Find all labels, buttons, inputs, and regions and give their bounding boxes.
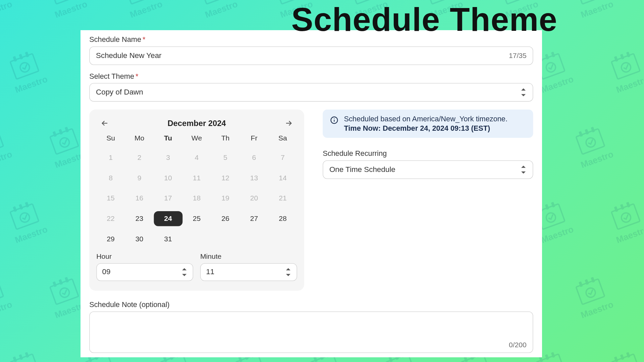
recurring-dropdown[interactable]: One Time Schedule (323, 160, 533, 179)
calendar-day (182, 232, 211, 247)
schedule-name-input[interactable] (96, 51, 509, 60)
svg-rect-281 (464, 356, 468, 362)
svg-rect-251 (13, 356, 17, 362)
svg-rect-261 (163, 356, 167, 362)
calendar-day: 2 (125, 150, 154, 165)
svg-rect-53 (25, 52, 29, 57)
calendar-day[interactable]: 28 (268, 211, 297, 226)
info-icon (330, 116, 338, 126)
svg-rect-207 (59, 279, 63, 285)
calendar-day[interactable]: 24 (154, 211, 182, 226)
svg-rect-106 (53, 131, 57, 137)
calendar-day[interactable]: 23 (125, 211, 154, 226)
note-textarea-wrap[interactable]: 0/200 (89, 311, 533, 353)
select-theme-value: Copy of Dawn (96, 88, 143, 97)
svg-point-194 (620, 212, 632, 223)
calendar-day[interactable]: 30 (125, 232, 154, 247)
svg-rect-290 (611, 354, 640, 362)
note-textarea[interactable] (90, 312, 533, 339)
svg-rect-107 (59, 129, 63, 135)
chevron-updown-icon (285, 268, 291, 276)
calendar-day: 12 (211, 171, 239, 186)
calendar-day[interactable]: 31 (154, 232, 182, 247)
calendar-day: 20 (240, 191, 268, 206)
svg-rect-141 (579, 131, 583, 137)
svg-rect-292 (620, 354, 624, 360)
calendar-dow: Su (96, 132, 125, 145)
select-theme-label: Select Theme* (89, 72, 533, 80)
calendar-day[interactable]: 27 (240, 211, 268, 226)
minute-label: Minute (200, 253, 297, 261)
svg-rect-100 (0, 129, 4, 154)
prev-month-button[interactable] (99, 118, 110, 129)
calendar-day: 17 (154, 191, 182, 206)
svg-rect-266 (238, 356, 243, 362)
calendar-day (268, 232, 297, 247)
note-counter: 0/200 (509, 341, 527, 349)
timezone-banner: Scheduled based on America/New_York time… (323, 110, 533, 138)
calendar-day: 3 (154, 150, 182, 165)
schedule-form-card: Schedule Name* 17/35 Select Theme* Copy … (80, 30, 542, 357)
calendar-dow: Mo (125, 132, 154, 145)
svg-rect-200 (0, 279, 4, 304)
calendar-day: 6 (240, 150, 268, 165)
svg-point-94 (620, 61, 632, 73)
svg-rect-293 (626, 352, 630, 358)
calendar-day[interactable]: 25 (182, 211, 211, 226)
svg-rect-142 (585, 129, 589, 135)
svg-rect-150 (10, 204, 39, 229)
svg-rect-241 (579, 281, 583, 287)
svg-rect-92 (620, 54, 624, 59)
hour-label: Hour (96, 253, 193, 261)
calendar-day[interactable]: 29 (96, 232, 125, 247)
hour-stepper[interactable]: 09 (96, 263, 193, 281)
svg-rect-87 (545, 54, 549, 59)
minute-stepper[interactable]: 11 (200, 263, 297, 281)
svg-rect-291 (614, 356, 618, 362)
svg-rect-91 (614, 56, 618, 62)
svg-point-189 (545, 212, 557, 223)
hour-value: 09 (102, 268, 110, 277)
calendar-day: 8 (96, 171, 125, 186)
svg-point-209 (59, 287, 70, 298)
svg-rect-287 (545, 354, 549, 360)
calendar-dow: We (182, 132, 211, 145)
minute-value: 11 (206, 268, 214, 277)
calendar-day: 21 (268, 191, 297, 206)
svg-rect-193 (626, 202, 630, 207)
arrow-left-icon (100, 119, 109, 128)
svg-rect-253 (25, 352, 29, 358)
timezone-text: Scheduled based on America/New_York time… (344, 115, 507, 123)
calendar-day: 9 (125, 171, 154, 186)
svg-rect-192 (620, 204, 624, 210)
schedule-name-counter: 17/35 (509, 52, 527, 60)
date-picker: December 2024 SuMoTuWeThFrSa123456789101… (89, 110, 304, 291)
svg-rect-240 (576, 279, 605, 304)
calendar-dow: Fr (240, 132, 268, 145)
svg-rect-242 (585, 279, 589, 285)
calendar-day (240, 232, 268, 247)
svg-rect-51 (13, 56, 17, 62)
page-title: Schedule Theme (0, 0, 644, 37)
svg-rect-90 (611, 54, 640, 79)
select-theme-dropdown[interactable]: Copy of Dawn (89, 83, 533, 102)
svg-rect-88 (551, 52, 555, 57)
svg-rect-105 (50, 129, 78, 154)
schedule-name-input-wrap[interactable]: 17/35 (89, 46, 533, 65)
calendar-day: 16 (125, 191, 154, 206)
svg-rect-271 (314, 356, 318, 362)
svg-rect-93 (626, 52, 630, 57)
calendar-dow: Tu (154, 132, 182, 145)
calendar-month-label: December 2024 (167, 119, 226, 128)
recurring-value: One Time Schedule (329, 165, 395, 174)
calendar-day: 7 (268, 150, 297, 165)
calendar-day: 11 (182, 171, 211, 186)
svg-rect-256 (88, 356, 92, 362)
next-month-button[interactable] (283, 118, 294, 129)
calendar-day: 15 (96, 191, 125, 206)
svg-rect-208 (65, 277, 69, 283)
calendar-day[interactable]: 26 (211, 211, 239, 226)
svg-rect-250 (10, 354, 39, 362)
note-label: Schedule Note (optional) (89, 300, 533, 309)
svg-rect-243 (591, 277, 595, 283)
